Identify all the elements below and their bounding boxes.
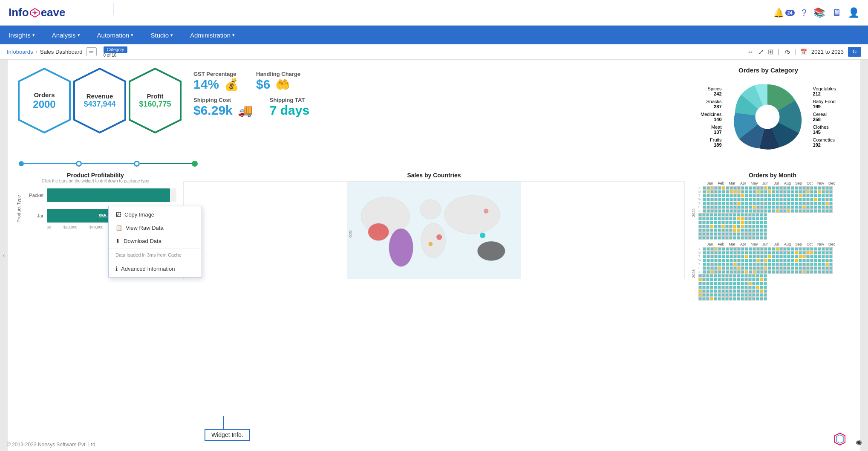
- year-2022: 2022: [692, 208, 697, 217]
- pie-label-babyfood: Baby Food199: [813, 99, 836, 109]
- cal-title: Orders by Month: [692, 172, 854, 179]
- bar-label-packet: Packet: [25, 193, 43, 198]
- nav-insights[interactable]: Insights ▾: [0, 26, 43, 44]
- cal-2022-grid: SMTWTFS: [698, 186, 833, 240]
- footer-logo: [833, 432, 847, 448]
- pie-label-cosmetics: Cosmetics192: [813, 137, 836, 147]
- ctx-view-raw[interactable]: 📋 View Raw Data: [109, 221, 202, 234]
- nav-analysis[interactable]: Analysis ▾: [43, 26, 89, 44]
- svg-marker-20: [836, 435, 843, 443]
- pencil-button[interactable]: ✏: [86, 47, 97, 56]
- gst-value: 14%: [193, 77, 219, 92]
- cal-2023-grid: SMTWTFS: [698, 247, 833, 301]
- ctx-advanced-label: Advanced Information: [121, 266, 175, 272]
- pie-label-spices: Spices242: [701, 86, 722, 96]
- ctx-copy-image[interactable]: 🖼 Copy Image: [109, 208, 202, 221]
- dot4: [192, 161, 198, 167]
- mh-jan: Jan: [704, 181, 715, 185]
- tat-value: 7 days: [270, 103, 309, 118]
- svg-point-10: [420, 199, 441, 219]
- row2: Product Profitability Click the bars on …: [14, 172, 854, 444]
- handling-kpi: Handling Charge $6 🤲: [256, 71, 300, 92]
- bell-badge: 24: [785, 10, 795, 16]
- shipping-label: Shipping Cost: [193, 97, 253, 103]
- bar-chart-section: Product Profitability Click the bars on …: [14, 172, 176, 444]
- context-menu: 🖼 Copy Image 📋 View Raw Data ⬇ Download …: [108, 206, 202, 278]
- nav-studio[interactable]: Studio ▾: [142, 26, 182, 44]
- screen-icon[interactable]: 🖥: [832, 7, 841, 18]
- breadcrumb-current: Sales Dashboard: [40, 49, 83, 55]
- tat-kpi: Shipping TAT 7 days: [270, 97, 309, 118]
- logo-text2: eave: [41, 6, 66, 19]
- user-icon[interactable]: 👤: [848, 7, 859, 18]
- nav-administration-arrow: ▾: [232, 32, 235, 38]
- bar-fill-jar: $55,501: [47, 209, 118, 223]
- pie-right-labels: Vegetables212 Baby Food199 Cereal258 Clo…: [813, 86, 836, 147]
- bell-icon[interactable]: 🔔 24: [773, 8, 795, 18]
- pie-label-vegetables: Vegetables212: [813, 86, 836, 96]
- breadcrumb-root[interactable]: Infoboards: [7, 49, 33, 55]
- svg-point-14: [444, 196, 500, 234]
- x0: $0: [47, 225, 51, 229]
- bar-title: Product Profitability: [14, 172, 176, 179]
- world-map-svg: 2022: [183, 181, 685, 279]
- nav-bar: Insights ▾ Analysis ▾ Automation ▾ Studi…: [0, 26, 868, 44]
- zoom-value: 75: [784, 49, 790, 55]
- dot3: [134, 161, 140, 167]
- cal-2023-row: 2023 SMTWTFS: [692, 247, 854, 301]
- sub-bar-right: ↔ ⤢ ⊞ | 75 | 📅 2021 to 2023 ↻: [747, 47, 861, 57]
- hexagons: Orders 2000 Revenue $437,944: [14, 66, 185, 135]
- svg-text:2022: 2022: [348, 230, 352, 238]
- nav-administration[interactable]: Administration ▾: [182, 26, 243, 44]
- category-value: 0 of 10: [104, 53, 128, 58]
- orders-label: Orders: [33, 91, 55, 98]
- bar-track-packet: [47, 188, 176, 202]
- nav-automation[interactable]: Automation ▾: [89, 26, 142, 44]
- mh-jul: Jul: [771, 181, 782, 185]
- help-icon[interactable]: ?: [802, 7, 807, 18]
- dashboard: ‹ Orders 2000: [0, 60, 868, 451]
- pie-label-snacks: Snacks287: [701, 99, 722, 109]
- ctx-download[interactable]: ⬇ Download Data: [109, 234, 202, 248]
- svg-point-8: [368, 223, 389, 241]
- pie-with-labels: Spices242 Snacks287 Medicines140 Meat137…: [701, 76, 836, 157]
- line2: [82, 163, 134, 164]
- refresh-button[interactable]: ↻: [848, 47, 861, 57]
- fullscreen-icon[interactable]: ⤢: [758, 48, 764, 56]
- grid-icon[interactable]: ⊞: [768, 48, 773, 56]
- x2: $40,000: [89, 225, 104, 229]
- ctx-info: Data loaded in 3ms from Cache: [109, 250, 202, 260]
- mh-may: May: [749, 181, 760, 185]
- dot1: [19, 161, 24, 166]
- revenue-value: $437,944: [84, 100, 115, 109]
- bug-icon[interactable]: ✺: [856, 438, 862, 448]
- left-handle[interactable]: ‹: [0, 60, 8, 451]
- pie-chart-area: Orders by Category Spices242 Snacks287 M…: [683, 66, 854, 157]
- arrow-expand-icon[interactable]: ↔: [747, 48, 754, 56]
- books-icon[interactable]: 📚: [813, 7, 825, 18]
- orders-hex: Orders 2000: [14, 66, 74, 135]
- profit-content: Profit $160,775: [139, 93, 171, 109]
- mh-aug: Aug: [782, 181, 793, 185]
- bar-row-packet: Packet: [25, 188, 176, 202]
- dot2: [76, 161, 82, 167]
- date-range: 2021 to 2023: [811, 49, 844, 55]
- gst-label: GST Percentage: [193, 71, 239, 77]
- svg-point-16: [477, 241, 505, 261]
- kpi-row2: Shipping Cost $6.29k 🚚 Shipping TAT 7 da…: [193, 97, 675, 118]
- right-handle[interactable]: [860, 60, 868, 451]
- ctx-divider2: [109, 261, 202, 261]
- calendar-section: Orders by Month Jan Feb Mar Apr May Jun …: [692, 172, 854, 444]
- pie-label-clothes: Clothes145: [813, 124, 836, 135]
- mh-nov: Nov: [815, 181, 826, 185]
- breadcrumb: Infoboards › Sales Dashboard: [7, 49, 83, 55]
- pie-svg: [727, 76, 808, 157]
- divider1: |: [778, 48, 779, 56]
- handling-value: $6: [256, 77, 270, 92]
- svg-point-13: [428, 242, 433, 246]
- mh-jun: Jun: [760, 181, 771, 185]
- copy-image-icon: 🖼: [115, 211, 121, 218]
- ctx-advanced[interactable]: ℹ Advanced Information: [109, 262, 202, 275]
- year-2023: 2023: [692, 269, 697, 278]
- breadcrumb-sep: ›: [35, 49, 37, 55]
